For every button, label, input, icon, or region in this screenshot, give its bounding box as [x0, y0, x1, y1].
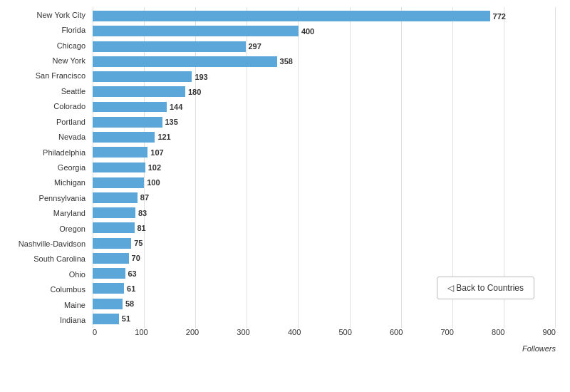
bar-value-label: 70	[132, 254, 140, 262]
x-tick: 100	[135, 328, 147, 336]
bar	[93, 192, 138, 203]
bar	[93, 283, 124, 294]
bar	[93, 71, 192, 82]
bar	[93, 268, 125, 279]
y-axis-label: San Francisco	[0, 68, 89, 83]
x-axis-title: Followers	[522, 344, 556, 353]
x-tick: 200	[186, 328, 199, 336]
bar-row: 81	[93, 220, 556, 235]
y-axis-label: Colorado	[0, 99, 89, 114]
x-tick: 400	[288, 328, 301, 336]
x-tick: 0	[93, 328, 97, 336]
bar	[93, 253, 129, 264]
y-axis-label: Michigan	[0, 175, 89, 190]
y-axis-label: Nevada	[0, 129, 89, 144]
bar	[93, 163, 145, 173]
bar	[93, 299, 123, 309]
bar	[93, 177, 144, 188]
bar-value-label: 63	[128, 269, 137, 278]
bar-row: 400	[93, 24, 556, 38]
bar-row: 107	[93, 145, 556, 160]
y-axis-label: Georgia	[0, 160, 89, 175]
bar-value-label: 358	[280, 57, 293, 66]
bar	[93, 86, 185, 97]
bar-value-label: 144	[170, 103, 182, 111]
bar-value-label: 121	[157, 133, 170, 141]
bar-value-label: 100	[147, 178, 160, 187]
bar-value-label: 193	[195, 73, 207, 81]
bar-row: 100	[93, 175, 556, 190]
y-axis-label: Seattle	[0, 83, 89, 98]
bar	[93, 207, 135, 218]
bar-row: 193	[93, 69, 556, 84]
bar-row: 102	[93, 160, 556, 175]
bar	[93, 238, 131, 249]
bar-row: 144	[93, 99, 556, 114]
bar-value-label: 107	[150, 148, 163, 157]
bar-row: 121	[93, 130, 556, 145]
bar-value-label: 102	[148, 163, 161, 172]
bar-row: 87	[93, 190, 556, 205]
y-axis: New York CityFloridaChicagoNew YorkSan F…	[0, 7, 89, 328]
bar-row: 135	[93, 115, 556, 130]
x-tick: 600	[390, 328, 403, 336]
bar	[93, 56, 277, 67]
bar-value-label: 51	[122, 314, 130, 323]
y-axis-label: Chicago	[0, 38, 89, 53]
y-axis-label: Columbus	[0, 282, 89, 297]
bar-value-label: 87	[140, 193, 149, 202]
bar-value-label: 83	[138, 209, 147, 217]
y-axis-label: Ohio	[0, 267, 89, 282]
x-tick: 300	[237, 328, 249, 336]
y-axis-label: Nashville-Davidson	[0, 236, 89, 251]
y-axis-label: South Carolina	[0, 252, 89, 267]
bar-value-label: 81	[138, 224, 146, 232]
bar	[93, 147, 147, 158]
bar-row: 83	[93, 205, 556, 220]
bar-value-label: 61	[127, 284, 135, 293]
back-to-countries-button[interactable]: ◁ Back to Countries	[437, 277, 534, 299]
bar	[93, 11, 490, 21]
y-axis-label: Maryland	[0, 205, 89, 220]
y-axis-label: New York City	[0, 7, 89, 22]
x-tick: 900	[543, 328, 556, 336]
bar	[93, 117, 162, 128]
bar-row: 180	[93, 84, 556, 99]
bar	[93, 222, 135, 233]
y-axis-label: Indiana	[0, 312, 89, 327]
bar-value-label: 772	[493, 12, 506, 21]
bar-row: 772	[93, 9, 556, 24]
bar-value-label: 297	[249, 42, 261, 51]
chart-area: New York CityFloridaChicagoNew YorkSan F…	[93, 7, 556, 349]
bar-row: 297	[93, 38, 556, 53]
y-axis-label: Portland	[0, 114, 89, 129]
bar-row: 358	[93, 54, 556, 69]
bar	[93, 41, 246, 52]
bar	[93, 26, 299, 36]
bar-value-label: 75	[134, 239, 142, 247]
y-axis-label: New York	[0, 53, 89, 68]
bar-row: 70	[93, 251, 556, 266]
x-tick: 800	[492, 328, 504, 336]
chart-container: New York CityFloridaChicagoNew YorkSan F…	[0, 0, 570, 392]
x-axis: 0100200300400500600700800900Followers	[93, 328, 556, 349]
x-tick: 700	[440, 328, 453, 336]
bar	[93, 314, 119, 324]
bar	[93, 102, 167, 113]
y-axis-label: Philadelphia	[0, 145, 89, 160]
bar-value-label: 58	[125, 299, 134, 308]
bar-row: 75	[93, 236, 556, 251]
bar-row: 51	[93, 311, 556, 326]
bar	[93, 132, 155, 143]
y-axis-label: Maine	[0, 297, 89, 312]
y-axis-label: Pennsylvania	[0, 190, 89, 205]
y-axis-label: Oregon	[0, 221, 89, 236]
x-tick: 500	[338, 328, 351, 336]
bar-value-label: 135	[165, 118, 178, 126]
y-axis-label: Florida	[0, 22, 89, 37]
bar-value-label: 400	[301, 27, 314, 36]
bar-value-label: 180	[188, 88, 201, 96]
